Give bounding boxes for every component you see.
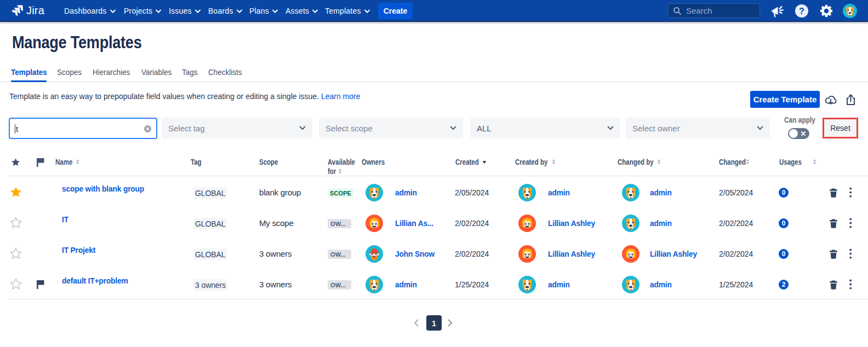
svg-text:?: ?: [799, 7, 804, 16]
